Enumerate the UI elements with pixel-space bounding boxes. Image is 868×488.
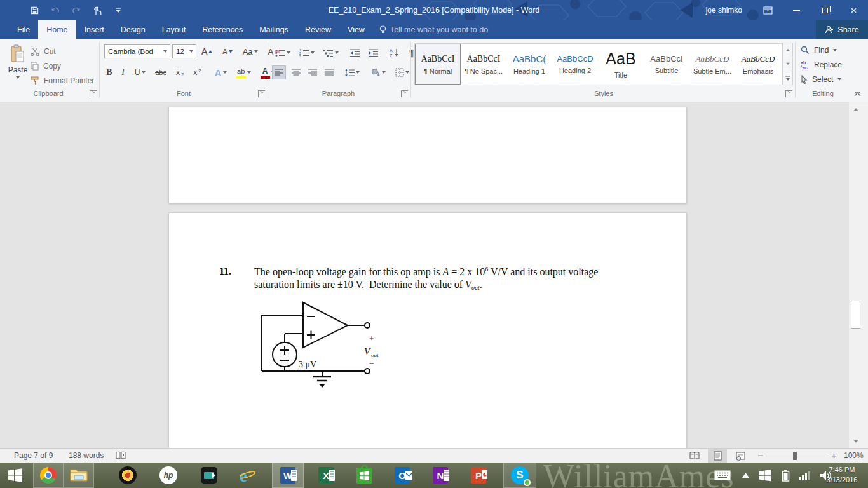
collapse-ribbon-icon[interactable] [854,92,861,97]
minimize-button[interactable] [782,0,811,20]
find-button[interactable]: Find [801,46,837,55]
styles-scroll-up-icon[interactable] [782,43,793,57]
tab-design[interactable]: Design [112,20,154,39]
document-page-previous[interactable] [168,107,687,203]
grow-font-button[interactable]: A [200,44,214,58]
redo-icon[interactable] [70,3,83,18]
tab-layout[interactable]: Layout [154,20,194,39]
bullets-button[interactable] [273,46,292,60]
bold-button[interactable]: B [104,65,114,79]
tab-view[interactable]: View [339,20,373,39]
taskbar-icon-internet-explorer[interactable]: e [233,463,262,488]
copy-button[interactable]: Copy [31,62,61,71]
tab-references[interactable]: References [194,20,251,39]
touch-mode-icon[interactable] [91,3,104,18]
replace-button[interactable]: abac Replace [801,60,842,69]
taskbar-icon-excel[interactable]: X [311,463,341,488]
customize-qat-icon[interactable] [112,3,125,18]
document-page-current[interactable]: 11. The open-loop voltage gain for this … [168,212,687,448]
underline-button[interactable]: U [132,65,147,79]
windows-defender-tray-icon[interactable] [755,463,774,488]
styles-gallery-expand-icon[interactable] [782,71,793,85]
italic-button[interactable]: I [119,65,126,79]
cut-button[interactable]: Cut [31,47,56,56]
strikethrough-button[interactable]: abc [153,65,168,79]
start-button[interactable] [0,463,31,488]
tell-me-box[interactable]: Tell me what you want to do [373,20,488,39]
justify-button[interactable] [323,65,336,79]
styles-scroll-down-icon[interactable] [782,57,793,71]
scroll-down-icon[interactable] [851,436,860,446]
align-left-button[interactable] [272,65,286,79]
taskbar-clock[interactable]: 7:46 PM 3/13/2016 [820,464,864,485]
clipboard-dialog-launcher[interactable] [90,90,97,97]
align-right-button[interactable] [306,65,319,79]
multilevel-list-button[interactable] [322,46,341,60]
scroll-up-icon[interactable] [851,104,860,114]
web-layout-view-icon[interactable] [731,449,750,463]
show-hidden-icons-chevron[interactable] [737,463,754,488]
scrollbar-thumb[interactable] [851,301,860,329]
tab-review[interactable]: Review [297,20,339,39]
decrease-indent-button[interactable] [348,46,362,60]
sort-button[interactable]: AZ [388,46,401,60]
change-case-button[interactable]: Aa [241,44,260,58]
taskbar-icon-file-explorer[interactable] [64,463,94,488]
increase-indent-button[interactable] [367,46,380,60]
signed-in-user[interactable]: joe shimko [695,6,754,15]
style-item-emphasis[interactable]: AaBbCcD Emphasis [735,44,781,85]
text-effects-button[interactable]: A [213,65,229,79]
undo-icon[interactable] [49,3,62,18]
battery-tray-icon[interactable] [776,463,794,488]
taskbar-icon-video-app[interactable] [194,463,224,488]
tab-home[interactable]: Home [38,20,76,39]
style-item-subtle-emphasis[interactable]: AaBbCcD Subtle Em... [689,44,735,85]
highlight-color-button[interactable]: ab [234,65,253,79]
format-painter-button[interactable]: Format Painter [31,76,94,85]
style-item-heading-1[interactable]: AaBbC( Heading 1 [506,44,552,85]
borders-button[interactable] [393,65,411,79]
paragraph-dialog-launcher[interactable] [401,90,408,97]
read-mode-view-icon[interactable] [685,449,704,463]
paste-button[interactable]: Paste [5,44,31,79]
vertical-scrollbar[interactable] [849,102,868,448]
numbering-button[interactable]: 123 [297,46,316,60]
style-item-title[interactable]: AaB Title [598,44,644,85]
style-item-subtitle[interactable]: AaBbCcI Subtitle [644,44,689,85]
network-signal-tray-icon[interactable] [796,463,815,488]
taskbar-icon-word[interactable]: W [272,463,304,488]
taskbar-icon-outlook[interactable]: O [388,463,417,488]
superscript-button[interactable]: x2 [191,65,203,79]
touch-keyboard-icon[interactable] [710,463,735,488]
styles-dialog-launcher[interactable] [785,90,792,97]
save-icon[interactable] [28,3,41,18]
style-item-no-spacing[interactable]: AaBbCcI ¶ No Spac... [461,44,506,85]
zoom-out-button[interactable]: − [757,449,763,463]
print-layout-view-icon[interactable] [708,449,727,463]
font-dialog-launcher[interactable] [258,90,265,97]
select-button[interactable]: Select [801,75,841,84]
shading-button[interactable] [369,65,388,79]
taskbar-icon-chrome[interactable] [33,463,64,488]
ribbon-display-options-icon[interactable] [754,0,782,20]
zoom-slider-thumb[interactable] [793,452,797,460]
font-name-combobox[interactable]: Cambria (Bod [104,44,170,58]
restore-button[interactable] [811,0,839,20]
zoom-percentage[interactable]: 100% [844,449,864,463]
taskbar-icon-windows-store[interactable] [349,463,379,488]
style-item-normal[interactable]: AaBbCcI ¶ Normal [415,44,461,85]
zoom-in-button[interactable]: + [831,449,837,463]
tab-file[interactable]: File [9,20,38,39]
page-indicator[interactable]: Page 7 of 9 [14,449,53,463]
taskbar-icon-skype[interactable]: S [503,463,536,488]
font-size-combobox[interactable]: 12 [172,44,196,58]
taskbar-icon-hp[interactable]: hp [154,463,183,488]
taskbar-icon-disc-app[interactable] [113,463,142,488]
tab-insert[interactable]: Insert [76,20,112,39]
line-spacing-button[interactable] [342,65,362,79]
taskbar-icon-onenote[interactable]: N [426,463,455,488]
taskbar-icon-powerpoint[interactable]: P [464,463,493,488]
subscript-button[interactable]: x2 [174,65,186,79]
style-item-heading-2[interactable]: AaBbCcD Heading 2 [552,44,598,85]
align-center-button[interactable] [290,65,302,79]
